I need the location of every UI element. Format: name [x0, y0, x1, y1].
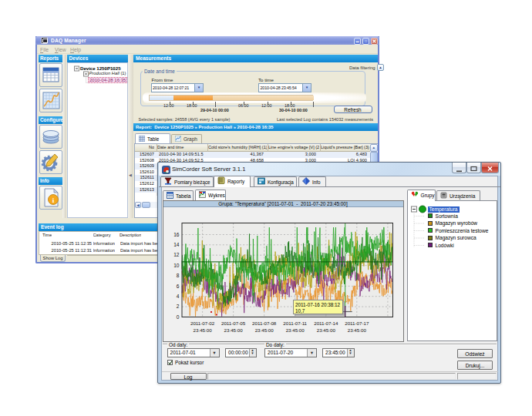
svg-text:2011-07-08: 2011-07-08 [252, 320, 277, 326]
svg-text:2011-07-05: 2011-07-05 [221, 320, 245, 326]
svg-text:10: 10 [173, 262, 180, 267]
svg-text:8: 8 [176, 273, 179, 278]
svg-text:6: 6 [176, 283, 179, 288]
svg-text:0: 0 [176, 314, 179, 319]
svg-text:14: 14 [173, 242, 180, 247]
svg-text:23:45:00: 23:45:00 [316, 327, 335, 332]
svg-text:23:45:00: 23:45:00 [347, 327, 366, 332]
svg-text:2011-07-14: 2011-07-14 [314, 320, 338, 326]
svg-text:23:45:00: 23:45:00 [285, 327, 305, 332]
svg-text:2011-07-02: 2011-07-02 [190, 320, 214, 326]
svg-text:12: 12 [173, 252, 180, 257]
svg-text:2: 2 [176, 304, 179, 309]
svg-text:2011-07-11: 2011-07-11 [283, 320, 307, 326]
svg-text:16: 16 [173, 231, 180, 237]
svg-text:2011-07-17: 2011-07-17 [345, 320, 369, 326]
svg-text:4: 4 [176, 293, 179, 298]
svg-text:23:45:00: 23:45:00 [224, 327, 243, 332]
svg-text:23:45:00: 23:45:00 [254, 327, 274, 332]
svg-text:23:45:00: 23:45:00 [193, 327, 212, 332]
